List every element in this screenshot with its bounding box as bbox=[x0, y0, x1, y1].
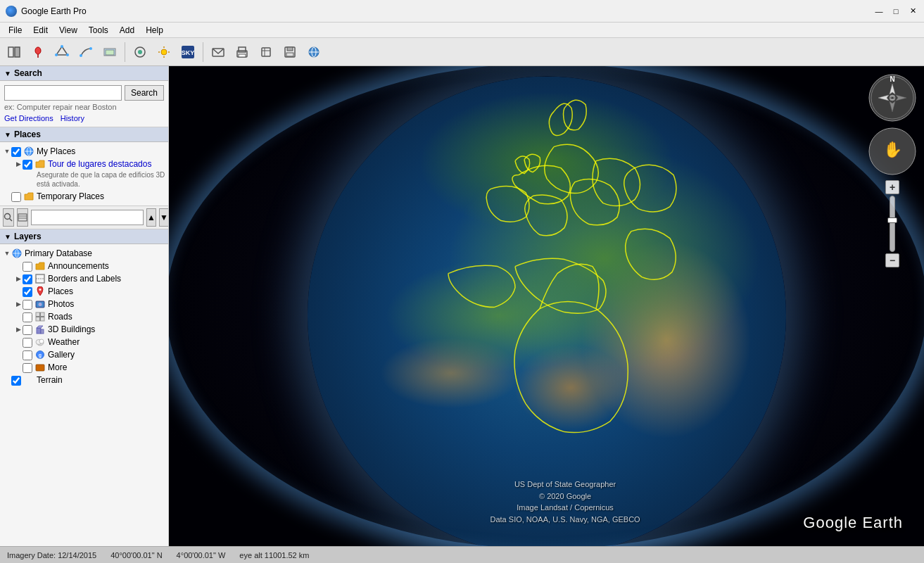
places-header[interactable]: ▼ Places bbox=[0, 127, 168, 142]
status-bar: Imagery Date: 12/14/2015 40°00'00.01" N … bbox=[0, 546, 924, 563]
globe-view[interactable]: US Dept of State Geographer © 2020 Googl… bbox=[169, 66, 924, 546]
tb-map-options[interactable] bbox=[303, 41, 325, 63]
svg-rect-40 bbox=[18, 214, 27, 221]
svg-rect-30 bbox=[287, 47, 293, 51]
layer-announcements[interactable]: Announcements bbox=[0, 260, 168, 272]
folder-icon-temp bbox=[23, 191, 34, 202]
layer-3d-buildings-label: 3D Buildings bbox=[48, 324, 95, 335]
globe-icon bbox=[23, 146, 34, 157]
menu-help[interactable]: Help bbox=[140, 23, 169, 38]
places-search-button[interactable] bbox=[3, 208, 14, 227]
tb-save-image[interactable] bbox=[279, 41, 301, 63]
expand-icon: ▶ bbox=[14, 160, 23, 167]
svg-rect-12 bbox=[106, 50, 114, 55]
3d-buildings-checkbox[interactable] bbox=[23, 325, 32, 335]
compass[interactable]: N bbox=[868, 73, 917, 122]
tour-label[interactable]: Tour de lugares destacados bbox=[48, 158, 151, 170]
layer-photos[interactable]: ▶ Photos bbox=[0, 298, 168, 310]
layer-primary-db[interactable]: ▼ Primary Database bbox=[0, 247, 168, 260]
maximize-button[interactable]: □ bbox=[890, 6, 901, 17]
borders-checkbox[interactable] bbox=[23, 274, 32, 284]
folder-path-input[interactable] bbox=[31, 210, 144, 225]
more-checkbox[interactable] bbox=[23, 363, 32, 373]
zoom-in-button[interactable]: + bbox=[885, 180, 899, 194]
layer-3d-buildings[interactable]: ▶ 3D Buildings bbox=[0, 323, 168, 336]
layer-borders[interactable]: ▶ Borders and Labels bbox=[0, 272, 168, 285]
svg-point-14 bbox=[138, 50, 142, 54]
zoom-out-button[interactable]: − bbox=[885, 253, 899, 267]
pan-control[interactable]: ✋ bbox=[868, 127, 917, 176]
svg-point-15 bbox=[161, 49, 167, 55]
layer-gallery[interactable]: g Gallery bbox=[0, 348, 168, 361]
layer-terrain[interactable]: Terrain bbox=[0, 374, 168, 386]
tb-sky[interactable]: SKY bbox=[177, 41, 199, 63]
tb-sidebar-toggle[interactable] bbox=[3, 41, 25, 63]
layer-roads[interactable]: Roads bbox=[0, 310, 168, 323]
close-button[interactable]: ✕ bbox=[907, 6, 918, 17]
tb-hide-show[interactable] bbox=[129, 41, 151, 63]
history-link[interactable]: History bbox=[61, 114, 84, 122]
search-header[interactable]: ▼ Search bbox=[0, 66, 168, 81]
places-toolbar: ▲ ▼ bbox=[0, 205, 168, 229]
announcements-folder-icon bbox=[34, 260, 46, 272]
tb-polygon[interactable] bbox=[51, 41, 73, 63]
layer-photos-label: Photos bbox=[48, 298, 74, 310]
zoom-slider-thumb[interactable] bbox=[887, 217, 897, 223]
menu-edit[interactable]: Edit bbox=[27, 23, 53, 38]
search-button[interactable]: Search bbox=[125, 85, 164, 101]
weather-checkbox[interactable] bbox=[23, 338, 32, 348]
expand-photos-icon: ▶ bbox=[14, 301, 23, 308]
gallery-checkbox[interactable] bbox=[23, 350, 32, 360]
places-layer-checkbox[interactable] bbox=[23, 287, 32, 297]
places-item-tour[interactable]: ▶ Tour de lugares destacados bbox=[0, 158, 168, 170]
places-up-button[interactable]: ▲ bbox=[146, 208, 156, 227]
svg-rect-0 bbox=[8, 47, 13, 57]
temp-checkbox[interactable] bbox=[11, 192, 21, 202]
layer-terrain-label: Terrain bbox=[37, 374, 63, 386]
announcements-checkbox[interactable] bbox=[23, 262, 32, 272]
menu-add[interactable]: Add bbox=[114, 23, 140, 38]
layer-more-label: More bbox=[48, 362, 67, 373]
menu-file[interactable]: File bbox=[3, 23, 27, 38]
app-icon bbox=[6, 6, 17, 17]
layer-more[interactable]: More bbox=[0, 361, 168, 374]
layers-header[interactable]: ▼ Layers bbox=[0, 229, 168, 244]
svg-rect-54 bbox=[37, 328, 41, 334]
places-item-temp[interactable]: Temporary Places bbox=[0, 190, 168, 203]
svg-rect-24 bbox=[239, 47, 246, 52]
svg-line-39 bbox=[10, 219, 13, 222]
tb-placemark[interactable] bbox=[27, 41, 49, 63]
layer-roads-label: Roads bbox=[48, 311, 72, 322]
tb-path[interactable] bbox=[75, 41, 97, 63]
places-item-myplaces[interactable]: ▼ My Places bbox=[0, 145, 168, 158]
tb-print[interactable] bbox=[231, 41, 253, 63]
places-list-button[interactable] bbox=[17, 208, 28, 227]
roads-icon bbox=[34, 311, 46, 322]
menu-view[interactable]: View bbox=[53, 23, 83, 38]
terrain-checkbox[interactable] bbox=[11, 376, 21, 386]
places-down-button[interactable]: ▼ bbox=[159, 208, 169, 227]
attribution: US Dept of State Geographer © 2020 Googl… bbox=[491, 479, 640, 525]
myplaces-checkbox[interactable] bbox=[11, 147, 21, 157]
roads-checkbox[interactable] bbox=[23, 312, 32, 322]
tb-sun[interactable] bbox=[153, 41, 175, 63]
svg-text:g: g bbox=[39, 353, 42, 358]
menu-bar: File Edit View Tools Add Help bbox=[0, 23, 924, 38]
search-input[interactable] bbox=[4, 85, 122, 101]
svg-rect-56 bbox=[41, 329, 44, 334]
layer-weather[interactable]: Weather bbox=[0, 336, 168, 348]
get-directions-link[interactable]: Get Directions bbox=[4, 114, 53, 122]
zoom-slider-track[interactable] bbox=[890, 196, 895, 252]
photos-checkbox[interactable] bbox=[23, 300, 32, 310]
places-layer-icon bbox=[34, 286, 46, 297]
gallery-icon: g bbox=[34, 349, 46, 360]
tb-email[interactable] bbox=[207, 41, 229, 63]
toolbar: SKY bbox=[0, 38, 924, 66]
tour-checkbox[interactable] bbox=[23, 160, 32, 170]
minimize-button[interactable]: — bbox=[873, 6, 885, 17]
weather-icon bbox=[34, 336, 46, 348]
tb-overlay[interactable] bbox=[99, 41, 121, 63]
menu-tools[interactable]: Tools bbox=[83, 23, 114, 38]
tb-copy-image[interactable] bbox=[255, 41, 277, 63]
layer-places[interactable]: Places bbox=[0, 285, 168, 298]
